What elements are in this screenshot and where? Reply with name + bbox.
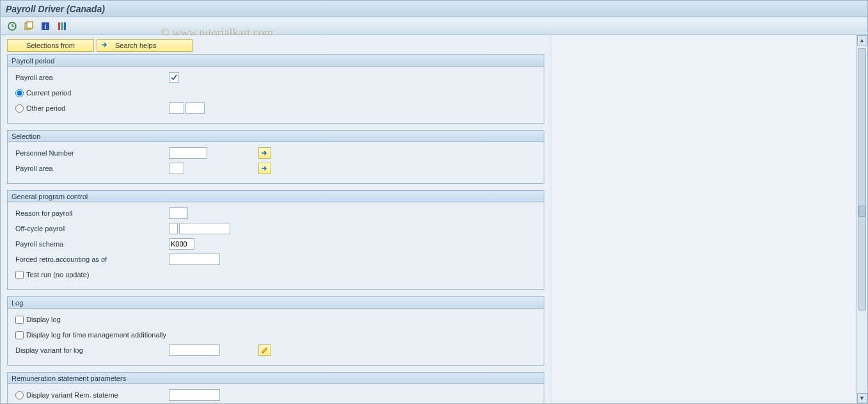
- display-variant-log-label: Display variant for log: [15, 346, 156, 354]
- group-payroll-period: Payroll period Payroll area Current peri…: [7, 54, 544, 124]
- testrun-checkbox[interactable]: Test run (no update): [15, 271, 89, 279]
- display-log-checkbox[interactable]: Display log: [15, 316, 61, 324]
- retro-input[interactable]: [169, 254, 220, 265]
- display-log-checkbox-input[interactable]: [15, 316, 24, 324]
- sel-payroll-area-label: Payroll area: [15, 165, 156, 172]
- selections-from-button[interactable]: Selections from: [7, 39, 94, 52]
- display-variant-rem-label: Display variant Rem. stateme: [26, 391, 118, 399]
- selection-bar: Selections from Search helps: [7, 39, 544, 52]
- group-header-log: Log: [8, 297, 544, 309]
- svg-rect-9: [64, 22, 66, 30]
- info-icon[interactable]: i: [39, 20, 52, 33]
- current-period-radio-input[interactable]: [15, 89, 24, 97]
- group-log: Log Display log Display log for time man…: [7, 296, 544, 366]
- payroll-area-label: Payroll area: [15, 74, 156, 81]
- other-period-label: Other period: [26, 104, 65, 112]
- scroll-down-button[interactable]: ▼: [857, 393, 867, 403]
- app-toolbar: i: [1, 17, 867, 35]
- group-body-payroll-period: Payroll area Current period: [8, 67, 544, 123]
- testrun-checkbox-input[interactable]: [15, 271, 24, 279]
- display-log-tm-checkbox[interactable]: Display log for time management addition…: [15, 331, 166, 339]
- offcycle-label: Off-cycle payroll: [15, 225, 156, 232]
- selection-screen: Selections from Search helps Payroll per…: [1, 35, 551, 403]
- group-body-remuneration: Display variant Rem. stateme: [8, 384, 544, 403]
- other-period-radio-input[interactable]: [15, 104, 24, 113]
- current-period-label: Current period: [26, 89, 71, 97]
- display-variant-rem-radio[interactable]: Display variant Rem. stateme: [15, 391, 156, 400]
- testrun-label: Test run (no update): [26, 271, 89, 279]
- group-title: Log: [12, 299, 23, 307]
- payroll-area-help-button[interactable]: [169, 72, 179, 83]
- group-header-selection: Selection: [8, 131, 544, 142]
- search-helps-button[interactable]: Search helps: [97, 39, 193, 52]
- selections-from-label: Selections from: [26, 42, 75, 49]
- other-period-field-2[interactable]: [185, 102, 205, 114]
- svg-rect-4: [27, 22, 33, 28]
- offcycle-input-1[interactable]: [169, 223, 178, 234]
- app-window: Payroll Driver (Canada) i © www.tutorial…: [0, 0, 868, 404]
- reason-input[interactable]: [169, 207, 188, 219]
- title-bar: Payroll Driver (Canada): [1, 1, 867, 17]
- group-body-selection: Personnel Number Payroll area: [8, 142, 544, 183]
- svg-text:i: i: [45, 23, 47, 30]
- reason-label: Reason for payroll: [15, 209, 156, 217]
- schema-label: Payroll schema: [15, 240, 156, 248]
- current-period-radio[interactable]: Current period: [15, 89, 71, 97]
- content-wrap: Selections from Search helps Payroll per…: [1, 35, 867, 403]
- display-variant-log-input[interactable]: [169, 344, 220, 356]
- personnel-number-input[interactable]: [169, 147, 207, 159]
- search-helps-label: Search helps: [115, 42, 156, 49]
- execute-icon[interactable]: [6, 20, 19, 33]
- group-general-control: General program control Reason for payro…: [7, 190, 544, 290]
- scroll-track[interactable]: [856, 45, 867, 393]
- schema-input[interactable]: [169, 238, 194, 250]
- display-log-label: Display log: [26, 316, 61, 323]
- group-title: Payroll period: [12, 57, 54, 65]
- retro-label: Forced retro.accounting as of: [15, 255, 156, 263]
- group-header-remuneration: Remuneration statement parameters: [8, 373, 544, 384]
- variant-icon[interactable]: [22, 20, 35, 33]
- group-header-general: General program control: [8, 191, 544, 202]
- group-title: General program control: [12, 193, 88, 200]
- display-log-tm-checkbox-input[interactable]: [15, 331, 24, 339]
- arrow-right-icon: [101, 41, 109, 50]
- sel-payroll-area-input[interactable]: [169, 163, 184, 174]
- scroll-up-button[interactable]: ▲: [857, 35, 867, 45]
- display-variant-rem-input[interactable]: [169, 389, 220, 401]
- other-period-field-1[interactable]: [169, 102, 184, 114]
- offcycle-input-2[interactable]: [179, 223, 230, 234]
- group-body-general: Reason for payroll Off-cycle payroll Pay…: [8, 202, 544, 289]
- svg-rect-7: [58, 22, 60, 30]
- group-header-payroll-period: Payroll period: [8, 55, 544, 67]
- edit-variant-button[interactable]: [258, 344, 271, 356]
- display-variant-rem-radio-input[interactable]: [15, 391, 24, 400]
- group-title: Selection: [12, 133, 40, 140]
- scroll-grip-icon: [858, 206, 865, 217]
- group-title: Remuneration statement parameters: [12, 375, 126, 382]
- vertical-scrollbar[interactable]: ▲ ▼: [856, 35, 867, 403]
- sel-payroll-area-multi-select-button[interactable]: [258, 163, 271, 174]
- scroll-thumb[interactable]: [858, 48, 866, 311]
- svg-rect-8: [61, 22, 63, 30]
- group-remuneration: Remuneration statement parameters Displa…: [7, 372, 544, 403]
- page-title: Payroll Driver (Canada): [6, 4, 105, 14]
- display-log-tm-label: Display log for time management addition…: [26, 331, 166, 339]
- personnel-number-label: Personnel Number: [15, 149, 156, 157]
- other-period-radio[interactable]: Other period: [15, 104, 156, 113]
- selection-icon[interactable]: [56, 20, 68, 33]
- right-empty-area: ▲ ▼: [551, 35, 867, 403]
- personnel-number-multi-select-button[interactable]: [258, 147, 271, 159]
- group-body-log: Display log Display log for time managem…: [8, 309, 544, 365]
- group-selection: Selection Personnel Number Payroll area: [7, 130, 544, 184]
